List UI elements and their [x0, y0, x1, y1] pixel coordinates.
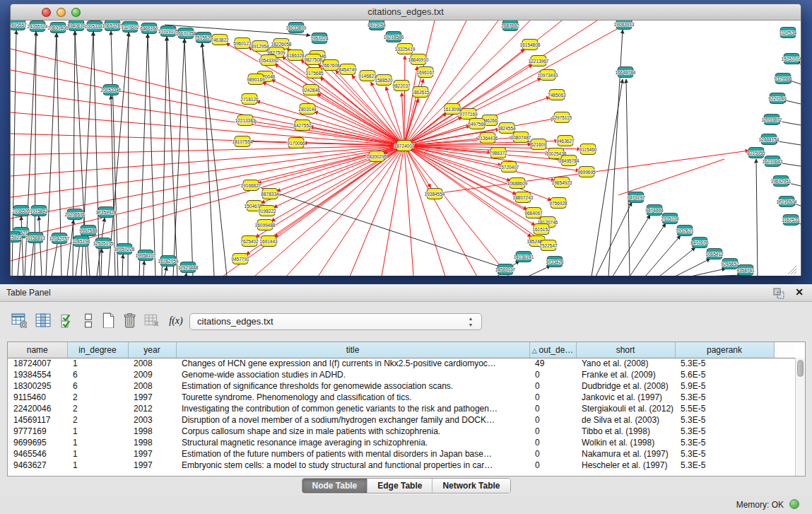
- graph-node[interactable]: 2687682: [501, 21, 519, 31]
- graph-node[interactable]: 9684067: [524, 208, 543, 218]
- table-row[interactable]: 2242004622012Investigating the contribut…: [8, 403, 795, 414]
- column-header-pagerank[interactable]: pagerank: [675, 342, 774, 358]
- cell-filler[interactable]: [774, 403, 795, 414]
- cell-filler[interactable]: [774, 369, 795, 380]
- cell-pagerank[interactable]: 5.3E-5: [675, 437, 774, 448]
- graph-node[interactable]: 9170066: [287, 138, 305, 148]
- graph-node[interactable]: 9997588: [79, 226, 98, 236]
- graph-node[interactable]: 7463822: [211, 35, 229, 45]
- graph-node[interactable]: 2935114: [661, 214, 679, 224]
- cell-in_degree[interactable]: 2: [67, 414, 128, 426]
- cell-filler[interactable]: [774, 358, 795, 369]
- graph-node[interactable]: 12923448: [178, 262, 199, 273]
- cell-title[interactable]: Tourette syndrome. Phenomenology and cla…: [176, 392, 529, 403]
- graph-node[interactable]: 2493557: [11, 21, 27, 30]
- graph-node[interactable]: 9242848: [302, 85, 320, 95]
- cell-in_degree[interactable]: 6: [67, 369, 128, 380]
- table-select-dropdown[interactable]: citations_edges.txt ▲▼: [189, 313, 482, 330]
- cell-year[interactable]: 2008: [128, 358, 176, 369]
- cell-out_de…[interactable]: 0: [529, 448, 576, 460]
- cell-year[interactable]: 2003: [128, 414, 176, 426]
- graph-node[interactable]: 8413054: [367, 21, 386, 30]
- graph-node[interactable]: 6497568: [468, 119, 486, 129]
- cell-short[interactable]: Stergiakouli et al. (2012): [576, 403, 675, 414]
- graph-node[interactable]: 17016504: [777, 197, 797, 207]
- graph-node[interactable]: 12213967: [529, 56, 549, 66]
- graph-node[interactable]: 3175685: [305, 68, 324, 78]
- tab-network-table[interactable]: Network Table: [433, 479, 510, 493]
- graph-node[interactable]: 19692951: [771, 176, 792, 187]
- cell-pagerank[interactable]: 5.5E-5: [675, 403, 774, 414]
- graph-node[interactable]: 16648784: [616, 67, 636, 78]
- cell-short[interactable]: Franke et al. (2009): [576, 369, 675, 380]
- graph-node[interactable]: 11156813: [25, 233, 45, 243]
- graph-node[interactable]: 19083913: [614, 21, 635, 30]
- graph-node[interactable]: 7986372: [489, 148, 507, 158]
- cell-name[interactable]: 9115460: [8, 392, 67, 403]
- cell-pagerank[interactable]: 5.3E-5: [675, 392, 774, 403]
- graph-node[interactable]: 16671358: [176, 28, 196, 39]
- cell-in_degree[interactable]: 6: [67, 380, 128, 392]
- graph-node[interactable]: 9146821: [358, 71, 377, 81]
- table-row[interactable]: 1872400712008Changes of HCN gene express…: [8, 358, 795, 369]
- graph-node[interactable]: 20053346: [101, 85, 122, 95]
- table-row[interactable]: 1938455462009Genome-wide association stu…: [8, 369, 795, 380]
- graph-node[interactable]: 1065412: [705, 249, 724, 259]
- graph-node[interactable]: 7625402: [240, 236, 259, 247]
- graph-node[interactable]: 12042757: [49, 233, 70, 244]
- graph-node[interactable]: 16099488: [255, 220, 276, 230]
- graph-node[interactable]: 8471676: [690, 238, 709, 248]
- graph-node[interactable]: 9474444: [645, 205, 664, 216]
- cell-filler[interactable]: [774, 460, 795, 471]
- table-row[interactable]: 977716911998Corpus callosum shape and si…: [8, 426, 795, 437]
- cell-year[interactable]: 2012: [128, 403, 176, 414]
- table-row[interactable]: 946554611997Estimation of the future num…: [8, 448, 795, 460]
- cell-name[interactable]: 9465546: [8, 448, 67, 460]
- graph-node[interactable]: 9198222: [258, 206, 276, 216]
- cell-in_degree[interactable]: 1: [67, 437, 128, 448]
- graph-node[interactable]: 9463627: [556, 136, 575, 146]
- cell-title[interactable]: Embryonic stem cells: a model to study s…: [176, 460, 529, 471]
- graph-node[interactable]: 9756928: [549, 198, 567, 209]
- graph-node[interactable]: 15751074: [782, 54, 801, 64]
- graph-node[interactable]: 2803144: [298, 104, 317, 115]
- cell-name[interactable]: 18724007: [8, 358, 67, 369]
- graph-node[interactable]: 16782759: [158, 256, 179, 267]
- graph-node[interactable]: 8940614: [67, 21, 86, 31]
- graph-node[interactable]: 1327602: [121, 22, 139, 33]
- cell-name[interactable]: 22420046: [8, 403, 67, 414]
- cell-year[interactable]: 2008: [128, 380, 176, 392]
- graph-node[interactable]: 18807243: [513, 192, 534, 203]
- vertical-scrollbar[interactable]: [795, 358, 805, 476]
- table-row[interactable]: 946362711997Embryonic stem cells: a mode…: [8, 460, 795, 471]
- graph-node[interactable]: 12213383: [235, 115, 256, 126]
- graph-node[interactable]: 8878334: [261, 189, 279, 199]
- column-header-short[interactable]: short: [576, 342, 675, 358]
- cell-title[interactable]: Corpus callosum shape and size in male p…: [176, 426, 529, 437]
- graph-node[interactable]: 9227149: [768, 93, 787, 104]
- cell-filler[interactable]: [774, 380, 795, 392]
- citation-graph[interactable]: 2493557243557242069140689406141005334210…: [11, 21, 801, 276]
- table-row[interactable]: 969969511998Structural magnetic resonanc…: [8, 437, 795, 448]
- float-window-icon[interactable]: [772, 287, 785, 300]
- graph-node[interactable]: 9890169: [247, 74, 265, 85]
- new-table-icon[interactable]: [99, 312, 117, 330]
- graph-node[interactable]: 9777169: [459, 109, 478, 119]
- graph-node[interactable]: 1588520: [375, 75, 393, 86]
- cell-year[interactable]: 1997: [128, 460, 176, 471]
- cell-short[interactable]: Hescheler et al. (1997): [576, 460, 675, 471]
- graph-node[interactable]: 14136141: [514, 252, 534, 262]
- graph-node[interactable]: 18300295: [367, 151, 387, 162]
- graph-node[interactable]: 19218586: [384, 32, 404, 42]
- column-header-year[interactable]: year: [128, 342, 176, 358]
- table-row[interactable]: 1456911722003Disruption of a novel membe…: [8, 414, 795, 426]
- graph-node[interactable]: 1117534: [779, 28, 797, 38]
- graph-node[interactable]: 3915921: [11, 232, 22, 243]
- cell-filler[interactable]: [774, 426, 795, 437]
- cell-name[interactable]: 9699695: [8, 437, 67, 448]
- cell-filler[interactable]: [774, 437, 795, 448]
- graph-node[interactable]: 621609: [531, 139, 546, 150]
- cell-short[interactable]: de Silva et al. (2003): [576, 414, 675, 426]
- graph-node[interactable]: 18495784: [559, 156, 579, 166]
- graph-node[interactable]: 16033809: [286, 23, 307, 33]
